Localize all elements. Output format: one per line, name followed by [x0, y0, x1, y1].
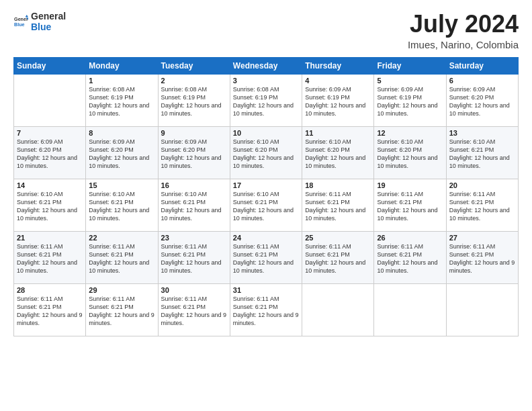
- calendar-cell: 25 Sunrise: 6:11 AMSunset: 6:21 PMDaylig…: [302, 231, 374, 283]
- day-number: 6: [449, 77, 515, 85]
- svg-text:General: General: [14, 17, 28, 22]
- calendar-cell: 28 Sunrise: 6:11 AMSunset: 6:21 PMDaylig…: [14, 283, 86, 336]
- calendar-cell: 22 Sunrise: 6:11 AMSunset: 6:21 PMDaylig…: [86, 231, 158, 283]
- day-info: Sunrise: 6:11 AMSunset: 6:21 PMDaylight:…: [233, 243, 294, 274]
- calendar-cell: 9 Sunrise: 6:09 AMSunset: 6:20 PMDayligh…: [158, 126, 230, 179]
- calendar-header-row: Sunday Monday Tuesday Wednesday Thursday…: [14, 57, 519, 74]
- day-info: Sunrise: 6:10 AMSunset: 6:21 PMDaylight:…: [233, 191, 294, 222]
- calendar-week-3: 14 Sunrise: 6:10 AMSunset: 6:21 PMDaylig…: [14, 179, 519, 231]
- day-number: 17: [233, 181, 299, 189]
- calendar-week-1: 1 Sunrise: 6:08 AMSunset: 6:19 PMDayligh…: [14, 74, 519, 126]
- calendar-cell: [374, 283, 446, 336]
- calendar-cell: [14, 74, 86, 126]
- day-info: Sunrise: 6:11 AMSunset: 6:21 PMDaylight:…: [377, 191, 437, 222]
- day-info: Sunrise: 6:11 AMSunset: 6:21 PMDaylight:…: [233, 295, 299, 326]
- day-info: Sunrise: 6:10 AMSunset: 6:21 PMDaylight:…: [17, 191, 77, 222]
- main-title: July 2024: [408, 11, 519, 38]
- calendar-cell: 23 Sunrise: 6:11 AMSunset: 6:21 PMDaylig…: [158, 231, 230, 283]
- day-number: 28: [17, 286, 83, 294]
- calendar-cell: 19 Sunrise: 6:11 AMSunset: 6:21 PMDaylig…: [374, 179, 446, 231]
- day-number: 1: [89, 77, 154, 85]
- calendar-cell: 24 Sunrise: 6:11 AMSunset: 6:21 PMDaylig…: [230, 231, 302, 283]
- calendar-week-2: 7 Sunrise: 6:09 AMSunset: 6:20 PMDayligh…: [14, 126, 519, 179]
- calendar-cell: 30 Sunrise: 6:11 AMSunset: 6:21 PMDaylig…: [158, 283, 230, 336]
- day-number: 23: [161, 234, 227, 242]
- header-row: General Blue General Blue July 2024 Imue…: [13, 11, 519, 50]
- calendar-cell: 1 Sunrise: 6:08 AMSunset: 6:19 PMDayligh…: [86, 74, 158, 126]
- day-info: Sunrise: 6:10 AMSunset: 6:21 PMDaylight:…: [449, 138, 510, 169]
- calendar-cell: 31 Sunrise: 6:11 AMSunset: 6:21 PMDaylig…: [230, 283, 302, 336]
- day-info: Sunrise: 6:09 AMSunset: 6:20 PMDaylight:…: [89, 138, 149, 169]
- day-info: Sunrise: 6:10 AMSunset: 6:21 PMDaylight:…: [89, 191, 149, 222]
- title-block: July 2024 Imues, Narino, Colombia: [408, 11, 519, 50]
- day-info: Sunrise: 6:10 AMSunset: 6:21 PMDaylight:…: [161, 191, 222, 222]
- day-number: 29: [89, 286, 154, 294]
- day-info: Sunrise: 6:10 AMSunset: 6:20 PMDaylight:…: [233, 138, 294, 169]
- logo-general: General: [31, 11, 66, 21]
- day-info: Sunrise: 6:09 AMSunset: 6:19 PMDaylight:…: [305, 86, 365, 117]
- day-number: 18: [305, 181, 371, 189]
- day-number: 10: [233, 129, 299, 137]
- calendar-cell: [446, 283, 518, 336]
- day-info: Sunrise: 6:11 AMSunset: 6:21 PMDaylight:…: [17, 295, 83, 326]
- calendar-cell: 21 Sunrise: 6:11 AMSunset: 6:21 PMDaylig…: [14, 231, 86, 283]
- day-number: 15: [89, 181, 154, 189]
- calendar-cell: 2 Sunrise: 6:08 AMSunset: 6:19 PMDayligh…: [158, 74, 230, 126]
- day-number: 31: [233, 286, 299, 294]
- calendar-cell: 3 Sunrise: 6:08 AMSunset: 6:19 PMDayligh…: [230, 74, 302, 126]
- day-number: 22: [89, 234, 154, 242]
- day-number: 21: [17, 234, 83, 242]
- day-number: 14: [17, 181, 83, 189]
- day-info: Sunrise: 6:11 AMSunset: 6:21 PMDaylight:…: [449, 243, 515, 274]
- day-info: Sunrise: 6:09 AMSunset: 6:20 PMDaylight:…: [449, 86, 510, 117]
- day-info: Sunrise: 6:10 AMSunset: 6:20 PMDaylight:…: [305, 138, 365, 169]
- day-number: 11: [305, 129, 371, 137]
- day-number: 5: [377, 77, 443, 85]
- day-info: Sunrise: 6:08 AMSunset: 6:19 PMDaylight:…: [233, 86, 294, 117]
- col-thursday: Thursday: [302, 57, 374, 74]
- calendar-cell: 14 Sunrise: 6:10 AMSunset: 6:21 PMDaylig…: [14, 179, 86, 231]
- calendar-cell: 26 Sunrise: 6:11 AMSunset: 6:21 PMDaylig…: [374, 231, 446, 283]
- logo-icon: General Blue: [13, 14, 28, 29]
- day-info: Sunrise: 6:09 AMSunset: 6:20 PMDaylight:…: [17, 138, 77, 169]
- day-info: Sunrise: 6:11 AMSunset: 6:21 PMDaylight:…: [89, 243, 149, 274]
- day-number: 20: [449, 181, 515, 189]
- day-info: Sunrise: 6:09 AMSunset: 6:19 PMDaylight:…: [377, 86, 437, 117]
- page: General Blue General Blue July 2024 Imue…: [0, 0, 532, 411]
- calendar-cell: 18 Sunrise: 6:11 AMSunset: 6:21 PMDaylig…: [302, 179, 374, 231]
- day-number: 2: [161, 77, 227, 85]
- calendar-cell: 6 Sunrise: 6:09 AMSunset: 6:20 PMDayligh…: [446, 74, 518, 126]
- calendar-cell: 12 Sunrise: 6:10 AMSunset: 6:20 PMDaylig…: [374, 126, 446, 179]
- day-number: 24: [233, 234, 299, 242]
- day-info: Sunrise: 6:11 AMSunset: 6:21 PMDaylight:…: [305, 191, 365, 222]
- svg-marker-2: [26, 15, 28, 17]
- calendar-table: Sunday Monday Tuesday Wednesday Thursday…: [13, 57, 519, 336]
- calendar-cell: 8 Sunrise: 6:09 AMSunset: 6:20 PMDayligh…: [86, 126, 158, 179]
- calendar-week-4: 21 Sunrise: 6:11 AMSunset: 6:21 PMDaylig…: [14, 231, 519, 283]
- col-saturday: Saturday: [446, 57, 518, 74]
- day-number: 9: [161, 129, 227, 137]
- calendar-cell: 16 Sunrise: 6:10 AMSunset: 6:21 PMDaylig…: [158, 179, 230, 231]
- logo-blue: Blue: [31, 21, 66, 32]
- col-monday: Monday: [86, 57, 158, 74]
- day-number: 19: [377, 181, 443, 189]
- calendar-cell: 20 Sunrise: 6:11 AMSunset: 6:21 PMDaylig…: [446, 179, 518, 231]
- calendar-cell: 11 Sunrise: 6:10 AMSunset: 6:20 PMDaylig…: [302, 126, 374, 179]
- calendar-cell: 5 Sunrise: 6:09 AMSunset: 6:19 PMDayligh…: [374, 74, 446, 126]
- calendar-cell: 4 Sunrise: 6:09 AMSunset: 6:19 PMDayligh…: [302, 74, 374, 126]
- calendar-week-5: 28 Sunrise: 6:11 AMSunset: 6:21 PMDaylig…: [14, 283, 519, 336]
- calendar-cell: [302, 283, 374, 336]
- col-sunday: Sunday: [14, 57, 86, 74]
- calendar-cell: 10 Sunrise: 6:10 AMSunset: 6:20 PMDaylig…: [230, 126, 302, 179]
- col-wednesday: Wednesday: [230, 57, 302, 74]
- day-number: 3: [233, 77, 299, 85]
- day-info: Sunrise: 6:10 AMSunset: 6:20 PMDaylight:…: [377, 138, 437, 169]
- calendar-cell: 7 Sunrise: 6:09 AMSunset: 6:20 PMDayligh…: [14, 126, 86, 179]
- day-info: Sunrise: 6:11 AMSunset: 6:21 PMDaylight:…: [449, 191, 510, 222]
- day-info: Sunrise: 6:11 AMSunset: 6:21 PMDaylight:…: [377, 243, 437, 274]
- day-number: 13: [449, 129, 515, 137]
- svg-text:Blue: Blue: [14, 22, 25, 28]
- day-number: 8: [89, 129, 154, 137]
- calendar-cell: 27 Sunrise: 6:11 AMSunset: 6:21 PMDaylig…: [446, 231, 518, 283]
- day-number: 4: [305, 77, 371, 85]
